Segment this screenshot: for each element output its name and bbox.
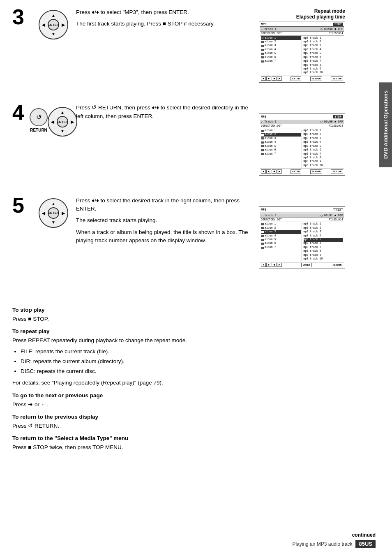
screen-4-mockup: MP3 STOP ♪ Track 1 ◯ 00:00 ■ OFF DIRECTO… bbox=[259, 114, 345, 175]
step-3-row: 3 ▲ ▼ ◀ ▶ ENTER Press ♦/♦ to select "MP3… bbox=[12, 8, 345, 91]
step-3-line-1: Press ♦/♦ to select "MP3", then press EN… bbox=[76, 8, 255, 16]
step-3-screen: Repeat mode Elapsed playing time MP3 STO… bbox=[259, 8, 345, 83]
stop-play-heading: To stop play bbox=[12, 307, 380, 313]
step-5-line-3: When a track or album is being played, t… bbox=[76, 228, 255, 245]
step-5-row: 5 ▲ ▼ ◀ ▶ ENTER Press ♦/♦ to select the … bbox=[12, 197, 345, 277]
screen-5-right-col: mp3 track 1 mp3 track 2 mp3 track 3 mp3 … bbox=[303, 222, 344, 261]
step-5-line-1: Press ♦/♦ to select the desired track in… bbox=[76, 197, 255, 213]
screen-4-mode: MP3 bbox=[261, 115, 267, 118]
step-5-icon: ▲ ▼ ◀ ▶ ENTER bbox=[37, 197, 70, 229]
screen-5-files: FILES:014 bbox=[329, 218, 343, 221]
screen-4-files: FILES:014 bbox=[329, 125, 343, 127]
step-3-text: Press ♦/♦ to select "MP3", then press EN… bbox=[76, 8, 259, 32]
screen-3-right-col: mp3 track 1 mp3 track 2 mp3 track 3 mp3 … bbox=[303, 36, 344, 75]
screen-5-status: PLAY bbox=[333, 208, 343, 212]
page-label: Playing an MP3 audio track bbox=[292, 541, 352, 547]
arrow-up-icon-3: ▲ bbox=[51, 202, 55, 206]
screen-3-track: ♪ track 1 bbox=[261, 28, 277, 31]
prev-display-heading: To return to the previous display bbox=[12, 414, 380, 420]
step-4-screen: MP3 STOP ♪ Track 1 ◯ 00:00 ■ OFF DIRECTO… bbox=[259, 104, 345, 175]
bullet-dir: DIR: repeats the current album (director… bbox=[21, 357, 380, 366]
bullet-file: FILE: repeats the current track (file). bbox=[21, 348, 380, 356]
repeat-play-note: For details, see "Playing repeatedly (Re… bbox=[12, 379, 380, 387]
elapsed-playing-time-label: Elapsed playing time bbox=[259, 14, 345, 20]
page-number: 85US bbox=[355, 540, 376, 548]
screen-3-footer: ◄ ► ◄ ► ENTER RETURN SET UP bbox=[260, 76, 344, 81]
step-4-icon: ↺ RETURN ▲ ▼ ◀ ▶ ENTER bbox=[37, 104, 70, 137]
enter-button-icon: ENTER bbox=[48, 19, 59, 30]
continued-label: continued bbox=[292, 532, 376, 538]
step-5-screen: MP3 PLAY ♪ track 5 ◯ 00:01 ■ OFF DIRECTO… bbox=[259, 197, 345, 269]
bullet-disc: DISC: repeats the current disc. bbox=[21, 367, 380, 375]
repeat-play-bullets: FILE: repeats the current track (file). … bbox=[21, 348, 380, 376]
arrow-up-icon: ▲ bbox=[51, 13, 55, 18]
page-footer: continued Playing an MP3 audio track 85U… bbox=[292, 532, 376, 548]
screen-5-mode: MP3 bbox=[261, 208, 267, 212]
screen-3-mockup: MP3 STOP ♪ track 1 ◯ 00:00 ■ OFF DIRECTO… bbox=[259, 21, 345, 83]
select-menu-text: Press ■ STOP twice, then press TOP MENU. bbox=[12, 443, 380, 452]
screen-4-time: ◯ 00:00 ■ OFF bbox=[321, 120, 343, 123]
screen-4-left-col: album 1 album 2 album 3 album 4 album 5 … bbox=[261, 129, 302, 167]
arrow-right-icon-2: ▶ bbox=[71, 120, 74, 124]
enter-button-icon-3: ENTER bbox=[48, 207, 59, 219]
enter-button-icon-2: ENTER bbox=[57, 116, 68, 127]
screen-4-status: STOP bbox=[333, 115, 343, 118]
screen-4-right-col: mp3 track 1 mp3 track 2 mp3 track 3 mp3 … bbox=[303, 129, 344, 167]
arrow-down-icon-2: ▼ bbox=[60, 129, 65, 133]
next-prev-heading: To go to the next or previous page bbox=[12, 392, 380, 398]
stop-play-text: Press ■ STOP. bbox=[12, 315, 380, 323]
return-label: RETURN bbox=[30, 128, 47, 132]
arrow-up-icon-2: ▲ bbox=[60, 110, 65, 115]
step-5-text: Press ♦/♦ to select the desired track in… bbox=[76, 197, 259, 248]
arrow-left-icon-3: ◀ bbox=[42, 211, 45, 215]
step-3-icon: ▲ ▼ ◀ ▶ ENTER bbox=[37, 8, 70, 41]
step-5-line-2: The selected track starts playing. bbox=[76, 216, 255, 225]
screen-4-footer: ◄ ► ◄ ► ENTER RETURN SET UP bbox=[260, 169, 344, 174]
sidebar-tab: DVD Additional Operations bbox=[379, 82, 392, 167]
screen-5-mockup: MP3 PLAY ♪ track 5 ◯ 00:01 ■ OFF DIRECTO… bbox=[259, 206, 345, 269]
step-3-number: 3 bbox=[12, 6, 33, 28]
screen-5-left-col: album 1 album 2 album 3 album 4 album 5 … bbox=[261, 222, 302, 261]
step-3-line-2: The first track starts playing. Press ■ … bbox=[76, 20, 255, 28]
screen-3-time: ◯ 00:00 ■ OFF bbox=[321, 28, 343, 31]
repeat-mode-label: Repeat mode bbox=[259, 8, 345, 14]
return-button-icon: ↺ bbox=[30, 108, 48, 126]
arrow-right-icon-3: ▶ bbox=[62, 211, 65, 215]
screen-3-files: FILES:014 bbox=[329, 32, 343, 35]
arrow-left-icon: ◀ bbox=[42, 23, 45, 27]
repeat-play-text: Press REPEAT repeatedly during playback … bbox=[12, 336, 380, 345]
screen-3-mode: MP3 bbox=[261, 23, 267, 26]
step-4-text: Press ↺ RETURN, then press ♦/♦ to select… bbox=[76, 104, 259, 124]
arrow-left-icon-2: ◀ bbox=[51, 120, 54, 124]
step-4-row: 4 ↺ RETURN ▲ ▼ ◀ ▶ ENTER Press ↺ bbox=[12, 104, 345, 184]
screen-3-directory: DIRECTORY:007 bbox=[261, 32, 282, 35]
arrow-right-icon: ▶ bbox=[62, 23, 65, 27]
screen-3-labels: Repeat mode Elapsed playing time bbox=[259, 8, 345, 20]
page-info: Playing an MP3 audio track 85US bbox=[292, 540, 376, 548]
screen-4-directory: DIRECTORY:007 bbox=[261, 125, 282, 127]
step-4-line-1: Press ↺ RETURN, then press ♦/♦ to select… bbox=[76, 104, 255, 120]
arrow-down-icon: ▼ bbox=[51, 32, 55, 36]
screen-5-time: ◯ 00:01 ■ OFF bbox=[321, 214, 343, 217]
screen-5-footer: ◄ ► ◄ ► ENTER RETURN bbox=[260, 262, 344, 268]
screen-5-track: ♪ track 5 bbox=[261, 214, 277, 217]
screen-3-left-col: album 1 album 2 album 3 album 4 album 5 … bbox=[261, 36, 302, 75]
screen-3-status: STOP bbox=[333, 23, 343, 26]
repeat-play-heading: To repeat play bbox=[12, 328, 380, 334]
screen-4-track: ♪ Track 1 bbox=[261, 120, 277, 123]
select-menu-heading: To return to the "Select a Media Type" m… bbox=[12, 435, 380, 441]
instructions-section: To stop play Press ■ STOP. To repeat pla… bbox=[0, 298, 392, 458]
arrow-down-icon-3: ▼ bbox=[51, 220, 55, 225]
step-5-number: 5 bbox=[12, 195, 33, 216]
next-prev-text: Press ➜ or ←. bbox=[12, 401, 380, 409]
prev-display-text: Press ↺ RETURN. bbox=[12, 422, 380, 430]
screen-5-directory: DIRECTORY:007 bbox=[261, 218, 282, 221]
